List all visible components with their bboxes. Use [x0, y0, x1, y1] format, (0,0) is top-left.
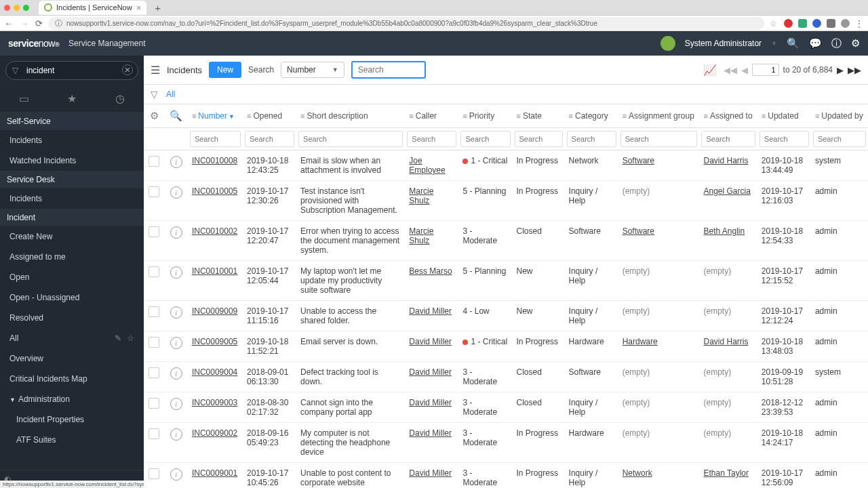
column-menu-icon[interactable]: ≡: [247, 112, 251, 120]
next-page-icon[interactable]: ▶: [837, 65, 844, 75]
user-name[interactable]: System Administrator: [685, 39, 762, 48]
column-header[interactable]: ≡Caller: [405, 104, 458, 128]
logo[interactable]: servicenow®: [8, 38, 59, 49]
activity-icon[interactable]: 📈: [703, 64, 717, 77]
url-field[interactable]: ⓘ nowsupporttv1.service-now.com/nav_to.d…: [48, 17, 764, 30]
caller-link[interactable]: Bess Marso: [409, 266, 452, 276]
incident-link[interactable]: INC0010008: [192, 156, 237, 165]
column-header[interactable]: ≡State: [513, 104, 565, 128]
new-tab-button[interactable]: +: [151, 2, 165, 14]
favorite-icon[interactable]: ☆: [127, 333, 134, 343]
row-checkbox[interactable]: [149, 428, 159, 439]
site-info-icon[interactable]: ⓘ: [55, 18, 62, 28]
assignee-link[interactable]: David Harris: [703, 337, 748, 346]
caller-link[interactable]: David Miller: [409, 337, 452, 346]
group-link[interactable]: Hardware: [623, 337, 658, 346]
nav-item[interactable]: All✎☆: [0, 328, 144, 348]
nav-item[interactable]: Resolved: [0, 308, 144, 328]
gear-icon[interactable]: ⚙: [150, 110, 159, 121]
column-menu-icon[interactable]: ≡: [517, 112, 521, 120]
column-search-input[interactable]: [567, 131, 616, 147]
ext-icon-4[interactable]: [827, 19, 835, 28]
row-checkbox[interactable]: [149, 266, 159, 277]
back-icon[interactable]: ←: [4, 18, 13, 28]
column-header[interactable]: ≡Assignment group: [618, 104, 700, 128]
nav-item[interactable]: Open - Unassigned: [0, 287, 144, 308]
column-search-input[interactable]: [760, 131, 809, 147]
column-header[interactable]: ≡Assigned to: [699, 104, 757, 128]
info-icon[interactable]: i: [170, 186, 182, 199]
caller-link[interactable]: Joe Employee: [409, 156, 445, 175]
nav-item[interactable]: Incidents: [0, 188, 144, 209]
column-header[interactable]: ≡Category: [565, 104, 618, 128]
nav-module[interactable]: Self-Service: [0, 113, 144, 130]
caller-link[interactable]: David Miller: [409, 306, 452, 316]
incident-link[interactable]: INC0010005: [192, 186, 237, 196]
info-icon[interactable]: i: [170, 337, 182, 349]
column-search-input[interactable]: [460, 131, 510, 147]
pager-start-input[interactable]: [752, 64, 779, 76]
info-icon[interactable]: i: [170, 468, 182, 481]
column-menu-icon[interactable]: ≡: [409, 112, 413, 120]
profile-icon[interactable]: [841, 19, 850, 28]
menu-icon[interactable]: ⋮: [855, 19, 864, 28]
nav-item[interactable]: ATF Suites: [0, 430, 144, 450]
column-search-input[interactable]: [620, 131, 698, 147]
caller-link[interactable]: David Miller: [409, 367, 452, 377]
row-checkbox[interactable]: [149, 226, 159, 237]
row-checkbox[interactable]: [149, 398, 159, 409]
clear-icon[interactable]: ×: [122, 64, 133, 75]
incident-link[interactable]: INC0009005: [192, 337, 237, 346]
assignee-link[interactable]: David Harris: [703, 156, 748, 165]
nav-item[interactable]: Critical Incidents Map: [0, 369, 144, 389]
column-menu-icon[interactable]: ≡: [703, 112, 707, 120]
reload-icon[interactable]: ⟳: [35, 18, 43, 28]
nav-module[interactable]: Service Desk: [0, 171, 144, 188]
group-link[interactable]: Software: [623, 226, 654, 236]
info-icon[interactable]: i: [170, 226, 182, 239]
info-icon[interactable]: i: [170, 367, 182, 380]
nav-item[interactable]: Watched Incidents: [0, 150, 144, 171]
first-page-icon[interactable]: ◀◀: [724, 65, 737, 75]
ext-icon-3[interactable]: [812, 19, 821, 28]
gear-icon[interactable]: ⚙: [851, 37, 860, 49]
nav-item[interactable]: Incidents: [0, 130, 144, 150]
incident-link[interactable]: INC0010001: [192, 266, 237, 276]
search-icon[interactable]: 🔍: [170, 110, 182, 121]
column-search-input[interactable]: [813, 131, 866, 147]
column-menu-icon[interactable]: ≡: [300, 112, 304, 120]
nav-admin[interactable]: ▼Administration: [0, 389, 144, 409]
ext-icon-2[interactable]: [798, 19, 807, 28]
chat-icon[interactable]: 💬: [809, 37, 822, 49]
nav-item[interactable]: Create New: [0, 226, 144, 247]
column-search-input[interactable]: [245, 131, 294, 147]
all-apps-icon[interactable]: ▭: [19, 92, 29, 105]
incident-link[interactable]: INC0009002: [192, 428, 237, 438]
edit-icon[interactable]: ✎: [115, 333, 121, 343]
chevron-down-icon[interactable]: ▼: [771, 40, 777, 47]
avatar[interactable]: [660, 36, 675, 51]
info-icon[interactable]: i: [170, 156, 182, 168]
caller-link[interactable]: David Miller: [409, 468, 452, 478]
history-icon[interactable]: ◷: [115, 92, 125, 105]
column-search-input[interactable]: [407, 131, 456, 147]
info-icon[interactable]: i: [170, 398, 182, 410]
column-header[interactable]: ≡Updated by: [811, 104, 868, 128]
caller-link[interactable]: Marcie Shulz: [409, 186, 433, 205]
assignee-link[interactable]: Ethan Taylor: [703, 468, 749, 478]
row-checkbox[interactable]: [149, 337, 159, 348]
ext-icon-1[interactable]: [784, 19, 793, 28]
nav-item[interactable]: Overview: [0, 348, 144, 369]
nav-item[interactable]: Open: [0, 267, 144, 287]
nav-module[interactable]: Incident: [0, 209, 144, 226]
breadcrumb-all[interactable]: All: [166, 89, 175, 99]
group-link[interactable]: Network: [623, 468, 652, 478]
search-icon[interactable]: 🔍: [787, 37, 800, 49]
column-search-input[interactable]: [298, 131, 403, 147]
column-search-input[interactable]: [190, 131, 241, 147]
column-header[interactable]: ≡Priority: [458, 104, 512, 128]
incident-link[interactable]: INC0009003: [192, 398, 237, 407]
column-menu-icon[interactable]: ≡: [623, 112, 627, 120]
column-search-input[interactable]: [701, 131, 755, 147]
column-menu-icon[interactable]: ≡: [815, 112, 819, 120]
